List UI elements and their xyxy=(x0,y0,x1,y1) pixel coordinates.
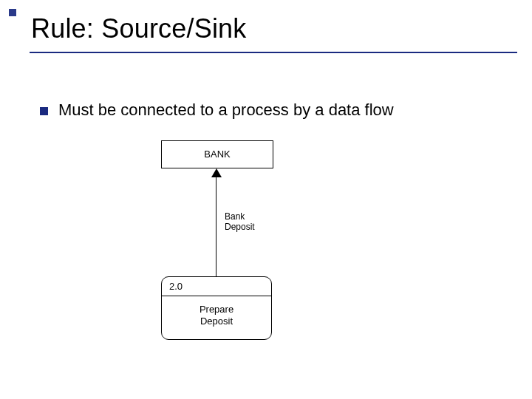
bullet-item: Must be connected to a process by a data… xyxy=(40,100,394,120)
square-bullet-icon xyxy=(40,107,48,115)
process-id: 2.0 xyxy=(162,282,271,295)
external-entity-box: BANK xyxy=(161,140,273,168)
process-divider-line xyxy=(161,296,272,296)
data-flow-label: Bank Deposit xyxy=(225,211,255,233)
bullet-text: Must be connected to a process by a data… xyxy=(58,100,394,120)
arrow-head-icon xyxy=(211,168,222,177)
data-flow-arrow xyxy=(216,176,216,276)
corner-bullet-icon xyxy=(9,9,22,22)
slide: Rule: Source/Sink Must be connected to a… xyxy=(0,0,532,399)
process-name: Prepare Deposit xyxy=(162,295,271,328)
process-box: 2.0 Prepare Deposit xyxy=(161,276,272,340)
slide-title: Rule: Source/Sink xyxy=(31,13,247,44)
title-underline xyxy=(30,52,517,53)
dfd-diagram: BANK Bank Deposit 2.0 Prepare Deposit xyxy=(154,140,301,355)
